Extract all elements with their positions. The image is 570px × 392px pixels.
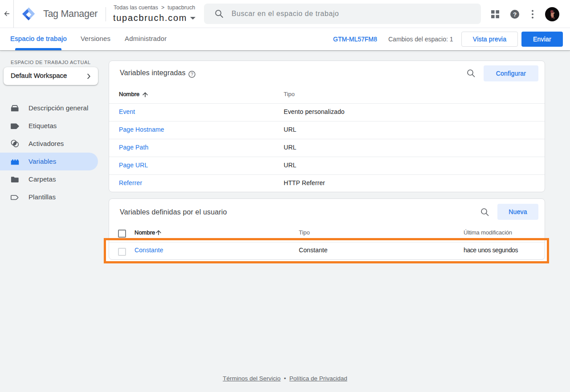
svg-text:?: ? <box>513 11 517 18</box>
svg-text:?: ? <box>191 72 193 77</box>
